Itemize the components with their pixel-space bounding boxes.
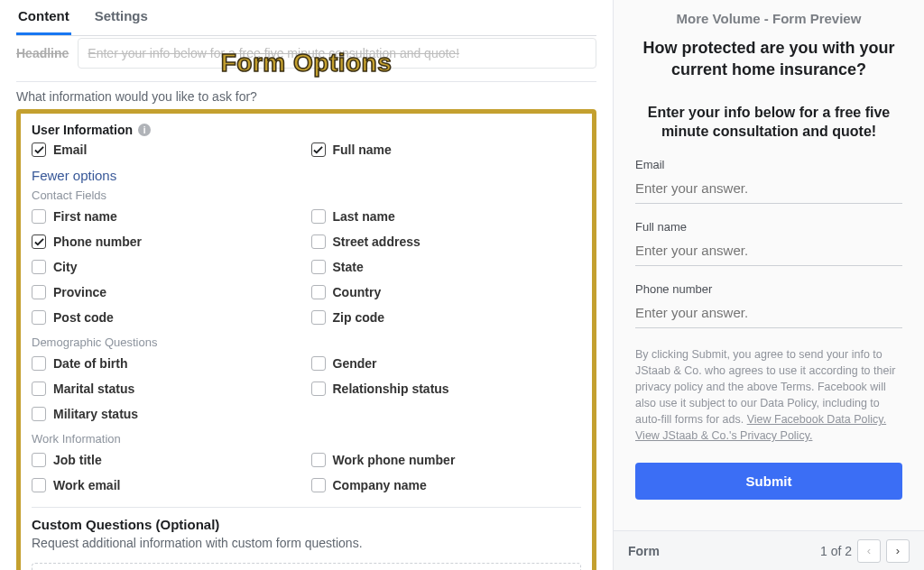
field-dob[interactable]: Date of birth — [32, 356, 302, 371]
preview-field-input[interactable] — [635, 296, 902, 328]
fb-data-policy-link[interactable]: View Facebook Data Policy. — [747, 413, 886, 426]
preview-heading: How protected are you with your current … — [635, 37, 902, 81]
checkbox-post_code[interactable] — [32, 310, 46, 325]
group-grid: Date of birthGenderMarital statusRelatio… — [32, 351, 581, 427]
checkbox-label-zip_code: Zip code — [333, 310, 385, 325]
field-first_name[interactable]: First name — [32, 209, 302, 224]
checkbox-label-dob: Date of birth — [53, 356, 127, 371]
checkbox-work_phone[interactable] — [311, 453, 326, 467]
info-icon[interactable]: i — [138, 124, 151, 136]
preview-field-input[interactable] — [635, 171, 902, 204]
preview-footer-label: Form — [628, 544, 660, 558]
field-state[interactable]: State — [311, 260, 582, 274]
checkbox-label-job_title: Job title — [53, 453, 102, 467]
field-last_name[interactable]: Last name — [311, 209, 582, 224]
checkbox-label-email: Email — [53, 142, 87, 157]
fewer-options-link[interactable]: Fewer options — [32, 168, 581, 183]
custom-questions-title: Custom Questions (Optional) — [32, 517, 581, 532]
checkbox-work_email[interactable] — [32, 478, 46, 492]
tabs: Content Settings — [16, 0, 596, 36]
lead-question: What information would you like to ask f… — [16, 89, 596, 104]
field-company[interactable]: Company name — [311, 478, 582, 492]
preview-header: More Volume - Form Preview — [614, 0, 924, 37]
field-province[interactable]: Province — [32, 285, 302, 299]
custom-questions-subtitle: Request additional information with cust… — [32, 536, 581, 550]
checkbox-military[interactable] — [32, 407, 46, 421]
field-work_email[interactable]: Work email — [32, 478, 302, 492]
checkbox-label-country: Country — [333, 285, 382, 299]
headline-input[interactable] — [78, 38, 596, 69]
checkbox-label-full_name: Full name — [333, 142, 392, 157]
checkbox-label-province: Province — [53, 285, 106, 299]
checkbox-label-post_code: Post code — [53, 310, 114, 325]
preview-field-input[interactable] — [635, 234, 902, 266]
checkbox-country[interactable] — [311, 285, 326, 299]
checkbox-company[interactable] — [311, 478, 326, 492]
preview-subheading: Enter your info below for a free five mi… — [635, 103, 902, 142]
field-phone_number[interactable]: Phone number — [32, 234, 302, 249]
primary-email[interactable]: Email — [32, 142, 302, 157]
primary-checkboxes: EmailFull name — [32, 137, 581, 162]
checkbox-street_address[interactable] — [311, 234, 326, 249]
user-info-title-text: User Information — [32, 123, 133, 137]
checkbox-label-relationship: Relationship status — [333, 382, 449, 396]
checkbox-label-state: State — [333, 260, 364, 274]
checkbox-label-company: Company name — [333, 478, 427, 492]
checkbox-label-marital: Marital status — [53, 382, 134, 396]
advertiser-privacy-link[interactable]: View JStaab & Co.'s Privacy Policy. — [635, 429, 812, 442]
pager-prev[interactable]: ‹ — [857, 539, 881, 563]
checkbox-province[interactable] — [32, 285, 46, 299]
pager: 1 of 2 ‹ › — [820, 539, 910, 563]
field-post_code[interactable]: Post code — [32, 310, 302, 325]
checkbox-first_name[interactable] — [32, 209, 46, 224]
disclaimer: By clicking Submit, you agree to send yo… — [635, 346, 902, 445]
field-military[interactable]: Military status — [32, 407, 302, 421]
checkbox-zip_code[interactable] — [311, 310, 326, 325]
checkbox-label-military: Military status — [53, 407, 138, 421]
tab-settings[interactable]: Settings — [93, 1, 150, 35]
checkbox-dob[interactable] — [32, 356, 46, 371]
user-info-title: User Information i — [32, 123, 581, 137]
pager-text: 1 of 2 — [820, 544, 852, 558]
form-options-box: User Information i EmailFull name Fewer … — [16, 109, 596, 570]
checkbox-gender[interactable] — [311, 356, 326, 371]
checkbox-label-last_name: Last name — [333, 209, 395, 224]
group-grid: Job titleWork phone numberWork emailComp… — [32, 447, 581, 498]
field-work_phone[interactable]: Work phone number — [311, 453, 582, 467]
checkbox-relationship[interactable] — [311, 382, 326, 396]
editor-panel: Content Settings Headline Form Options W… — [0, 0, 613, 570]
checkbox-last_name[interactable] — [311, 209, 326, 224]
pager-next[interactable]: › — [886, 539, 910, 563]
checkbox-label-work_phone: Work phone number — [333, 453, 456, 467]
primary-full_name[interactable]: Full name — [311, 142, 582, 157]
checkbox-job_title[interactable] — [32, 453, 46, 467]
preview-field-label: Full name — [635, 220, 902, 234]
group-label: Demographic Questions — [32, 336, 581, 349]
preview-field-label: Email — [635, 158, 902, 171]
field-zip_code[interactable]: Zip code — [311, 310, 582, 325]
checkbox-label-city: City — [53, 260, 77, 274]
submit-button[interactable]: Submit — [635, 463, 902, 500]
field-city[interactable]: City — [32, 260, 302, 274]
preview-body: How protected are you with your current … — [614, 37, 924, 530]
add-custom-question[interactable]: + Add Custom Question — [32, 563, 581, 570]
checkbox-label-work_email: Work email — [53, 478, 120, 492]
tab-content[interactable]: Content — [16, 1, 71, 35]
checkbox-phone_number[interactable] — [32, 234, 46, 249]
field-gender[interactable]: Gender — [311, 356, 582, 371]
checkbox-full_name[interactable] — [311, 142, 326, 157]
field-country[interactable]: Country — [311, 285, 582, 299]
field-relationship[interactable]: Relationship status — [311, 382, 582, 396]
checkbox-state[interactable] — [311, 260, 326, 274]
checkbox-email[interactable] — [32, 142, 46, 157]
group-label: Contact Fields — [32, 188, 581, 202]
group-grid: First nameLast namePhone numberStreet ad… — [32, 204, 581, 330]
checkbox-marital[interactable] — [32, 382, 46, 396]
field-street_address[interactable]: Street address — [311, 234, 582, 249]
checkbox-label-first_name: First name — [53, 209, 117, 224]
group-label: Work Information — [32, 432, 581, 446]
field-marital[interactable]: Marital status — [32, 382, 302, 396]
preview-field-label: Phone number — [635, 282, 902, 296]
field-job_title[interactable]: Job title — [32, 453, 302, 467]
checkbox-city[interactable] — [32, 260, 46, 274]
